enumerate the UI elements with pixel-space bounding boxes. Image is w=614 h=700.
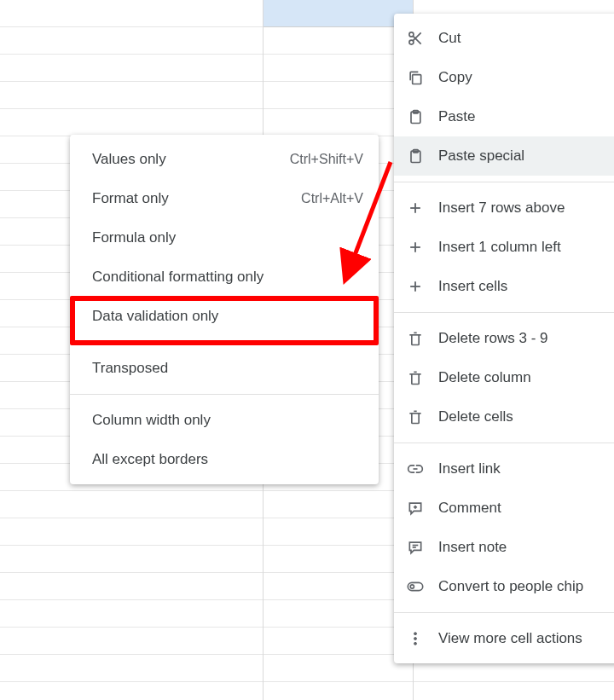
menu-delete-col[interactable]: Delete column [394, 358, 614, 397]
menu-insert-col-label: Insert 1 column left [438, 239, 614, 256]
submenu-all-except-borders[interactable]: All except borders [70, 440, 379, 479]
menu-cut-label: Cut [438, 30, 614, 47]
menu-insert-link[interactable]: Insert link [394, 449, 614, 489]
submenu-transposed[interactable]: Transposed [70, 349, 379, 388]
menu-separator [394, 312, 614, 313]
menu-paste[interactable]: Paste [394, 97, 614, 136]
menu-paste-special-label: Paste special [438, 148, 614, 165]
submenu-all-except-borders-label: All except borders [92, 451, 363, 468]
people-chip-icon [406, 577, 425, 596]
scissors-icon [406, 29, 425, 48]
selected-cell [263, 0, 413, 27]
menu-copy-label: Copy [438, 69, 614, 86]
trash-icon [406, 368, 425, 387]
menu-insert-rows[interactable]: Insert 7 rows above [394, 188, 614, 228]
clipboard-icon [406, 147, 425, 165]
menu-delete-rows[interactable]: Delete rows 3 - 9 [394, 319, 614, 358]
menu-comment-label: Comment [438, 500, 614, 517]
submenu-values-only[interactable]: Values only Ctrl+Shift+V [70, 140, 379, 179]
menu-insert-col[interactable]: Insert 1 column left [394, 228, 614, 267]
comment-icon [406, 499, 425, 518]
menu-comment[interactable]: Comment [394, 489, 614, 528]
menu-people-chip-label: Convert to people chip [438, 578, 614, 595]
plus-icon [406, 238, 425, 257]
submenu-transposed-label: Transposed [92, 360, 363, 377]
plus-icon [406, 199, 425, 217]
submenu-format-only-shortcut: Ctrl+Alt+V [301, 191, 363, 206]
submenu-separator [70, 342, 379, 343]
menu-separator [394, 612, 614, 613]
submenu-formula-only-label: Formula only [92, 229, 363, 246]
submenu-formula-only[interactable]: Formula only [70, 218, 379, 257]
link-icon [406, 460, 425, 478]
menu-cut[interactable]: Cut [394, 19, 614, 58]
submenu-values-only-label: Values only [92, 151, 290, 168]
submenu-separator [70, 394, 379, 395]
submenu-format-only-label: Format only [92, 190, 301, 207]
submenu-cond-fmt-label: Conditional formatting only [92, 269, 363, 286]
svg-point-10 [414, 638, 417, 640]
menu-separator [394, 182, 614, 182]
context-menu: Cut Copy Paste Paste special Insert 7 ro… [394, 14, 614, 663]
paste-special-submenu: Values only Ctrl+Shift+V Format only Ctr… [70, 135, 379, 484]
menu-paste-special[interactable]: Paste special [394, 136, 614, 176]
menu-delete-rows-label: Delete rows 3 - 9 [438, 330, 614, 347]
menu-insert-rows-label: Insert 7 rows above [438, 200, 614, 217]
menu-delete-col-label: Delete column [438, 369, 614, 386]
clipboard-icon [406, 107, 425, 126]
menu-delete-cells-label: Delete cells [438, 408, 614, 425]
menu-insert-link-label: Insert link [438, 460, 614, 477]
submenu-format-only[interactable]: Format only Ctrl+Alt+V [70, 179, 379, 218]
note-icon [406, 538, 425, 557]
menu-more-label: View more cell actions [438, 630, 614, 647]
svg-point-0 [409, 32, 414, 37]
more-vert-icon [406, 629, 425, 648]
menu-insert-cells[interactable]: Insert cells [394, 267, 614, 306]
menu-insert-note[interactable]: Insert note [394, 528, 614, 567]
submenu-data-validation-label: Data validation only [92, 308, 363, 325]
svg-point-8 [410, 585, 414, 588]
submenu-col-width[interactable]: Column width only [70, 401, 379, 440]
svg-point-11 [414, 642, 417, 645]
menu-insert-note-label: Insert note [438, 539, 614, 556]
trash-icon [406, 408, 425, 426]
copy-icon [406, 68, 425, 87]
menu-insert-cells-label: Insert cells [438, 278, 614, 295]
svg-point-1 [409, 40, 414, 44]
submenu-values-only-shortcut: Ctrl+Shift+V [290, 152, 363, 167]
svg-rect-2 [413, 75, 421, 84]
submenu-cond-fmt[interactable]: Conditional formatting only [70, 257, 379, 297]
submenu-data-validation[interactable]: Data validation only [70, 297, 379, 336]
menu-delete-cells[interactable]: Delete cells [394, 397, 614, 437]
menu-paste-label: Paste [438, 108, 614, 125]
menu-more[interactable]: View more cell actions [394, 619, 614, 658]
svg-point-9 [414, 633, 417, 635]
submenu-col-width-label: Column width only [92, 412, 363, 429]
trash-icon [406, 329, 425, 348]
menu-people-chip[interactable]: Convert to people chip [394, 567, 614, 606]
menu-copy[interactable]: Copy [394, 58, 614, 97]
menu-separator [394, 443, 614, 443]
plus-icon [406, 277, 425, 296]
